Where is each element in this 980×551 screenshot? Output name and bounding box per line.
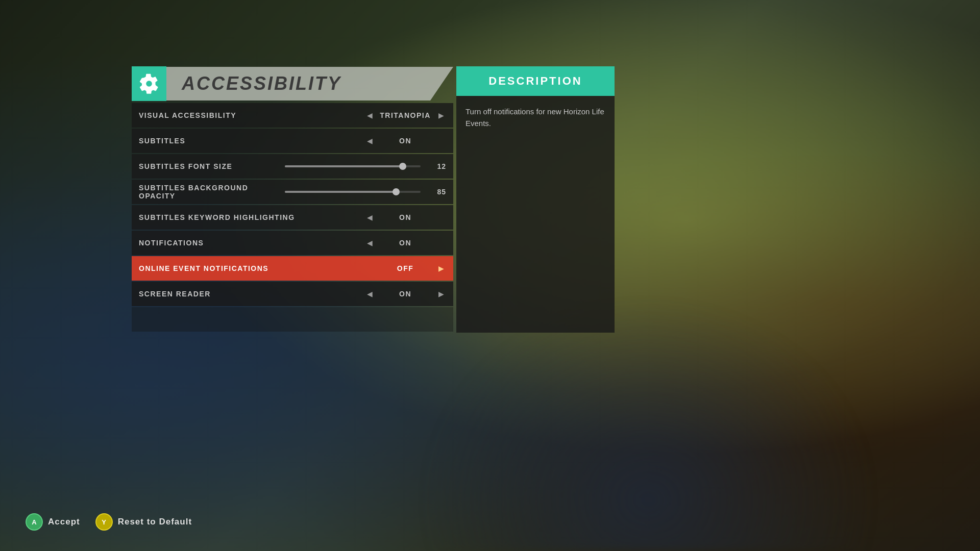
arrow-right-subtitles: ▶ [436,137,446,145]
title-bar: ACCESSIBILITY [132,66,453,101]
setting-value-visual-accessibility: TRITANOPIA [375,111,436,119]
slider-thumb-font-size [399,163,406,170]
reset-button-label: Reset to Default [118,517,192,527]
slider-track-font-size[interactable] [285,165,421,167]
setting-row-subtitles[interactable]: SUBTITLES ◀ ON ▶ [132,129,453,153]
accept-button-icon: A [26,513,43,531]
car-silhouette [419,296,878,551]
arrow-left-notifications[interactable]: ◀ [364,239,375,247]
setting-row-subtitles-font-size[interactable]: SUBTITLES FONT SIZE 12 [132,154,453,179]
arrow-right-visual-accessibility[interactable]: ▶ [436,111,446,119]
page-title: ACCESSIBILITY [182,73,341,94]
description-header-text: DESCRIPTION [488,74,582,87]
setting-value-subtitles-bg-opacity: 85 [431,188,446,196]
setting-row-online-event-notifications[interactable]: ONLINE EVENT NOTIFICATIONS ◀ OFF ▶ [132,256,453,281]
setting-value-screen-reader: ON [375,290,436,298]
arrow-right-screen-reader[interactable]: ▶ [436,290,446,298]
accept-button-label: Accept [48,517,80,527]
accept-button[interactable]: A Accept [26,513,80,531]
setting-value-subtitles-font-size: 12 [431,162,446,170]
setting-row-screen-reader[interactable]: SCREEN READER ◀ ON ▶ [132,282,453,306]
setting-value-online-event-notifications: OFF [375,264,436,272]
left-panel: ACCESSIBILITY VISUAL ACCESSIBILITY ◀ TRI… [132,66,453,333]
setting-label-subtitles-font-size: SUBTITLES FONT SIZE [139,162,275,170]
arrow-right-online-event[interactable]: ▶ [436,264,446,272]
setting-value-subtitles: ON [375,137,436,145]
description-body: Turn off notifications for new Horizon L… [456,96,615,333]
setting-label-screen-reader: SCREEN READER [139,290,364,298]
description-panel: DESCRIPTION Turn off notifications for n… [456,66,615,333]
settings-list: VISUAL ACCESSIBILITY ◀ TRITANOPIA ▶ SUBT… [132,103,453,306]
setting-label-notifications: NOTIFICATIONS [139,239,364,247]
setting-label-subtitles-keyword: SUBTITLES KEYWORD HIGHLIGHTING [139,213,364,221]
setting-value-notifications: ON [375,239,436,247]
arrow-right-subtitles-keyword: ▶ [436,213,446,221]
setting-row-subtitles-keyword[interactable]: SUBTITLES KEYWORD HIGHLIGHTING ◀ ON ▶ [132,205,453,230]
main-container: ACCESSIBILITY VISUAL ACCESSIBILITY ◀ TRI… [132,66,615,333]
arrow-left-screen-reader[interactable]: ◀ [364,290,375,298]
slider-fill-bg-opacity [285,191,396,193]
setting-row-subtitles-bg-opacity[interactable]: SUBTITLES BACKGROUND OPACITY 85 [132,180,453,204]
empty-row-1 [132,307,453,332]
setting-label-online-event-notifications: ONLINE EVENT NOTIFICATIONS [139,264,364,272]
description-body-text: Turn off notifications for new Horizon L… [465,107,604,128]
setting-value-subtitles-keyword: ON [375,213,436,221]
empty-rows [132,307,453,333]
reset-button[interactable]: Y Reset to Default [95,513,192,531]
slider-thumb-bg-opacity [393,188,400,195]
title-text-box: ACCESSIBILITY [166,67,453,101]
arrow-left-online-event: ◀ [364,264,375,272]
setting-row-notifications[interactable]: NOTIFICATIONS ◀ ON ▶ [132,231,453,255]
arrow-left-subtitles-keyword[interactable]: ◀ [364,213,375,221]
arrow-right-notifications: ▶ [436,239,446,247]
setting-label-visual-accessibility: VISUAL ACCESSIBILITY [139,111,364,119]
bottom-bar: A Accept Y Reset to Default [26,513,192,531]
description-header: DESCRIPTION [456,66,615,96]
accept-key-label: A [32,518,36,526]
setting-label-subtitles-bg-opacity: SUBTITLES BACKGROUND OPACITY [139,184,275,200]
reset-button-icon: Y [95,513,113,531]
arrow-left-subtitles[interactable]: ◀ [364,137,375,145]
gear-icon [132,66,166,101]
reset-key-label: Y [102,518,106,526]
setting-label-subtitles: SUBTITLES [139,137,364,145]
setting-row-visual-accessibility[interactable]: VISUAL ACCESSIBILITY ◀ TRITANOPIA ▶ [132,103,453,128]
arrow-left-visual-accessibility[interactable]: ◀ [364,111,375,119]
slider-fill-font-size [285,165,403,167]
slider-track-bg-opacity[interactable] [285,191,421,193]
